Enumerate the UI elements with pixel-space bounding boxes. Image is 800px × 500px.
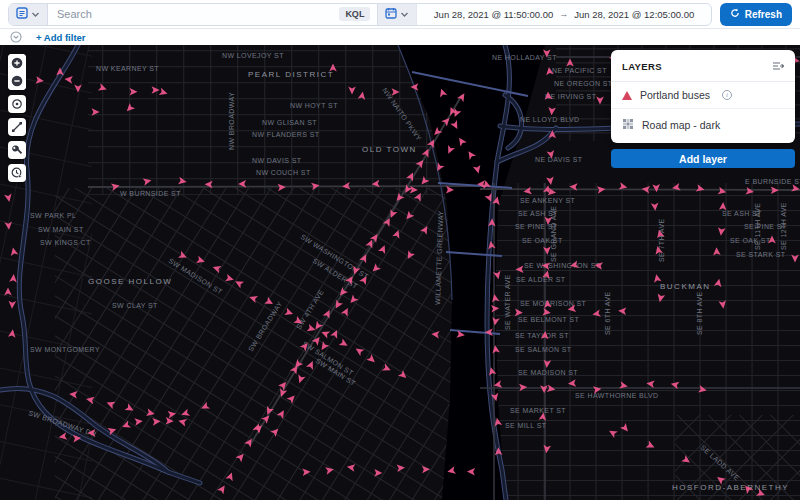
svg-text:NW LOVEJOY ST: NW LOVEJOY ST — [222, 52, 284, 59]
saved-query-menu-button[interactable] — [9, 4, 48, 25]
date-range-arrow-icon: → — [559, 9, 568, 19]
filter-options-button[interactable] — [10, 31, 22, 43]
layer-row-portland-buses[interactable]: Portland buses i — [611, 82, 795, 109]
svg-text:SW PARK PL: SW PARK PL — [30, 212, 76, 219]
layer-row-road-map-dark[interactable]: Road map - dark — [611, 109, 795, 141]
add-filter-button[interactable]: + Add filter — [36, 32, 86, 43]
refresh-label: Refresh — [745, 9, 782, 20]
layers-card: LAYERS Portland buses i Road map - dark — [611, 50, 795, 143]
clock-play-icon — [11, 167, 23, 179]
date-quick-select-button[interactable] — [378, 4, 417, 25]
svg-text:NW FLANDERS ST: NW FLANDERS ST — [252, 131, 320, 138]
saved-query-icon — [16, 5, 28, 23]
start-date-button[interactable]: Jun 28, 2021 @ 11:50:00.00 — [434, 9, 553, 20]
info-icon[interactable]: i — [722, 90, 732, 100]
end-date-button[interactable]: Jun 28, 2021 @ 12:05:00.00 — [574, 9, 694, 20]
add-layer-button[interactable]: Add layer — [611, 149, 795, 168]
chevron-down-icon — [31, 5, 40, 23]
svg-text:NW COUCH ST: NW COUCH ST — [256, 169, 311, 176]
svg-text:NW DAVIS ST: NW DAVIS ST — [252, 157, 302, 164]
layers-panel-title: LAYERS — [622, 61, 662, 72]
svg-text:BUCKMAN: BUCKMAN — [660, 282, 711, 291]
timeslider-button[interactable] — [8, 164, 26, 182]
grid-tiles-icon — [622, 116, 634, 134]
svg-text:PEARL DISTRICT: PEARL DISTRICT — [248, 70, 334, 79]
top-search-bar: KQL Jun 28, 2021 @ 11:50:00.00 → Jun 28,… — [0, 0, 800, 29]
svg-text:W BURNSIDE ST: W BURNSIDE ST — [120, 190, 181, 197]
zoom-in-button[interactable] — [8, 54, 26, 72]
svg-text:SW KINGS CT: SW KINGS CT — [40, 239, 91, 246]
zoom-out-button[interactable] — [8, 72, 26, 90]
svg-text:SE 11TH AVE: SE 11TH AVE — [754, 203, 761, 250]
triangle-marker-icon — [622, 91, 632, 100]
svg-text:SW MAIN ST: SW MAIN ST — [38, 226, 84, 233]
svg-text:NE IRVING ST: NE IRVING ST — [545, 93, 597, 100]
svg-text:NE OREGON ST: NE OREGON ST — [554, 80, 613, 87]
measure-line-icon — [11, 121, 23, 133]
map-container: NW KEARNEY STNW LOVEJOY STPEARL DISTRICT… — [0, 45, 800, 500]
search-input[interactable] — [48, 4, 339, 25]
svg-text:SE OAK ST: SE OAK ST — [730, 237, 771, 244]
svg-text:E BURNSIDE ST: E BURNSIDE ST — [745, 178, 800, 185]
svg-text:SE WATER AVE: SE WATER AVE — [504, 274, 511, 330]
svg-text:SE 8TH AVE: SE 8TH AVE — [696, 291, 703, 335]
svg-text:NE LLOYD BLVD: NE LLOYD BLVD — [520, 116, 580, 123]
svg-text:SE GRAND AVE: SE GRAND AVE — [550, 206, 557, 262]
kql-language-button[interactable]: KQL — [339, 7, 370, 21]
svg-text:SE BELMONT ST: SE BELMONT ST — [518, 316, 579, 323]
layer-name: Road map - dark — [642, 119, 720, 131]
svg-text:SE 6TH AVE: SE 6TH AVE — [604, 291, 611, 335]
map-controls — [8, 54, 26, 182]
svg-text:SW CLAY ST: SW CLAY ST — [112, 302, 158, 309]
svg-text:SE SALMON ST: SE SALMON ST — [515, 346, 572, 353]
plus-in-circle-icon — [11, 57, 23, 69]
svg-text:HOSFORD-ABERNETHY: HOSFORD-ABERNETHY — [672, 483, 789, 492]
refresh-button[interactable]: Refresh — [720, 3, 792, 26]
zoom-control-group — [8, 54, 26, 90]
unified-search-bar: KQL Jun 28, 2021 @ 11:50:00.00 → Jun 28,… — [8, 3, 712, 26]
svg-text:SW MONTGOMERY: SW MONTGOMERY — [30, 346, 100, 353]
svg-text:SE WASHINGTON ST: SE WASHINGTON ST — [524, 262, 601, 269]
minus-in-circle-icon — [11, 75, 23, 87]
svg-text:GOOSE HOLLOW: GOOSE HOLLOW — [88, 277, 172, 286]
svg-text:SE MADISON ST: SE MADISON ST — [518, 369, 578, 376]
svg-text:NW GLISAN ST: NW GLISAN ST — [262, 119, 317, 126]
wrench-icon — [11, 144, 23, 156]
set-view-button[interactable] — [8, 95, 26, 113]
svg-text:NW KEARNEY ST: NW KEARNEY ST — [96, 65, 159, 72]
svg-text:SE MILL ST: SE MILL ST — [505, 422, 547, 429]
filter-bar: + Add filter — [0, 29, 800, 45]
svg-text:SE HAWTHORNE BLVD: SE HAWTHORNE BLVD — [575, 392, 658, 399]
svg-text:NE PACIFIC ST: NE PACIFIC ST — [552, 67, 607, 74]
chevron-down-icon — [400, 5, 409, 23]
svg-text:OLD TOWN: OLD TOWN — [362, 145, 417, 154]
draw-tools-button[interactable] — [8, 118, 26, 136]
calendar-icon — [385, 5, 397, 23]
date-range: Jun 28, 2021 @ 11:50:00.00 → Jun 28, 202… — [417, 9, 710, 20]
svg-text:SE 7TH AVE: SE 7TH AVE — [658, 218, 665, 262]
layers-panel: LAYERS Portland buses i Road map - dark … — [611, 50, 795, 168]
crosshair-icon — [11, 98, 23, 110]
svg-text:SE STARK ST: SE STARK ST — [736, 251, 786, 258]
svg-text:SE ALDER ST: SE ALDER ST — [516, 276, 566, 283]
layer-name: Portland buses — [640, 89, 710, 101]
svg-text:NE DAVIS ST: NE DAVIS ST — [535, 156, 583, 163]
refresh-icon — [730, 8, 740, 20]
svg-text:NW HOYT ST: NW HOYT ST — [290, 102, 338, 109]
svg-text:SE 12TH AVE: SE 12TH AVE — [780, 202, 787, 250]
tools-button[interactable] — [8, 141, 26, 159]
svg-text:NW BROADWAY: NW BROADWAY — [228, 92, 235, 150]
svg-text:SE ANKENY ST: SE ANKENY ST — [520, 197, 576, 204]
collapse-panel-icon[interactable] — [772, 57, 784, 75]
svg-text:SE MORRISON ST: SE MORRISON ST — [520, 300, 587, 307]
svg-text:SE MARKET ST: SE MARKET ST — [510, 407, 566, 414]
